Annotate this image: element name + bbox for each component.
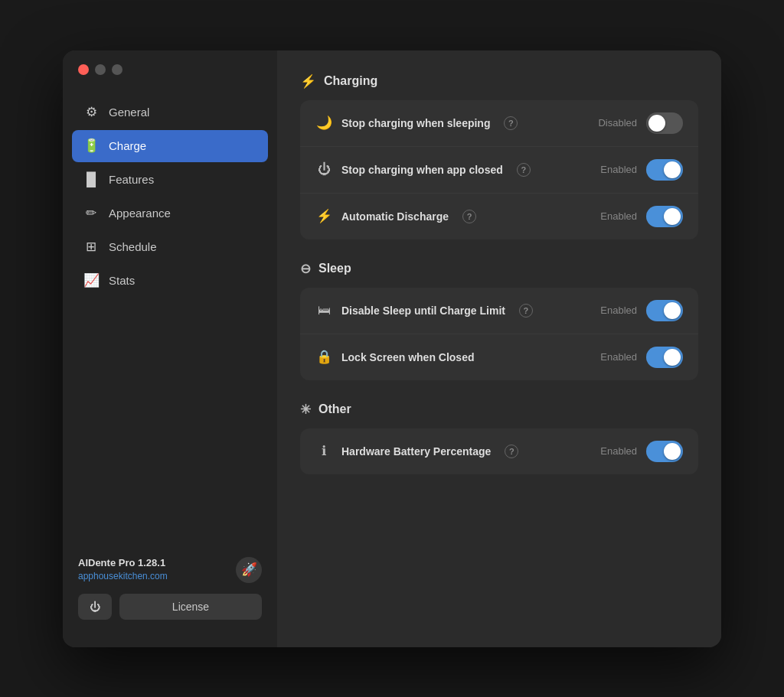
row-right-stop-charging-sleeping: Disabled [598,112,683,134]
app-window: ⚙General🔋Charge▐▌Features✏Appearance⊞Sch… [63,50,721,647]
toggle-knob-automatic-discharge [664,208,681,225]
status-label-stop-charging-sleeping: Disabled [598,117,637,129]
row-icon-stop-charging-app-closed: ⏻ [315,162,332,178]
charge-icon: 🔋 [83,138,100,155]
help-icon-disable-sleep-charge-limit[interactable]: ? [519,304,533,318]
sidebar-item-label-schedule: Schedule [109,240,157,253]
status-label-stop-charging-app-closed: Enabled [600,164,637,175]
app-info-text: AlDente Pro 1.28.1 apphousekitchen.com [78,557,168,582]
help-icon-hardware-battery-percentage[interactable]: ? [505,445,518,458]
license-button[interactable]: License [119,594,262,620]
section-card-sleep: 🛏Disable Sleep until Charge Limit?Enable… [300,288,698,380]
section-header-other: ✳Other [300,402,698,418]
setting-row-hardware-battery-percentage: ℹHardware Battery Percentage?Enabled [300,428,698,474]
appearance-icon: ✏ [83,205,100,222]
sidebar-item-features[interactable]: ▐▌Features [72,164,268,196]
help-icon-stop-charging-app-closed[interactable]: ? [517,163,531,177]
sidebar-item-appearance[interactable]: ✏Appearance [72,197,268,230]
sidebar-footer: AlDente Pro 1.28.1 apphousekitchen.com 🚀… [63,545,277,632]
sidebar-item-label-stats: Stats [109,274,135,287]
row-right-stop-charging-app-closed: Enabled [600,159,683,181]
minimize-button[interactable] [95,64,106,75]
sidebar-item-schedule[interactable]: ⊞Schedule [72,231,268,263]
row-icon-hardware-battery-percentage: ℹ [315,443,332,459]
help-icon-stop-charging-sleeping[interactable]: ? [504,116,518,130]
row-left-hardware-battery-percentage: ℹHardware Battery Percentage? [315,443,600,459]
row-label-lock-screen-closed: Lock Screen when Closed [341,351,475,363]
sidebar-item-general[interactable]: ⚙General [72,96,268,129]
toggle-knob-stop-charging-app-closed [664,161,681,178]
sidebar-item-label-features: Features [109,173,154,186]
sidebar-item-stats[interactable]: 📈Stats [72,265,268,297]
features-icon: ▐▌ [83,171,100,188]
status-label-automatic-discharge: Enabled [600,210,637,222]
setting-row-stop-charging-sleeping: 🌙Stop charging when sleeping?Disabled [300,100,698,147]
toggle-stop-charging-sleeping[interactable] [646,112,683,134]
sidebar-item-label-appearance: Appearance [109,207,171,220]
row-left-stop-charging-app-closed: ⏻Stop charging when app closed? [315,162,600,178]
sidebar-item-charge[interactable]: 🔋Charge [72,130,268,162]
toggle-automatic-discharge[interactable] [646,206,683,227]
row-label-stop-charging-sleeping: Stop charging when sleeping [341,117,490,129]
footer-buttons: ⏻ License [78,594,262,620]
row-icon-lock-screen-closed: 🔒 [315,349,332,365]
status-label-hardware-battery-percentage: Enabled [600,445,637,457]
rocket-icon[interactable]: 🚀 [236,557,262,583]
row-right-automatic-discharge: Enabled [600,206,683,227]
app-url[interactable]: apphousekitchen.com [78,571,168,581]
sidebar-nav: ⚙General🔋Charge▐▌Features✏Appearance⊞Sch… [63,96,277,297]
status-label-lock-screen-closed: Enabled [600,351,637,363]
close-button[interactable] [78,64,89,75]
main-content: ⚡Charging🌙Stop charging when sleeping?Di… [277,50,721,647]
row-icon-stop-charging-sleeping: 🌙 [315,115,332,131]
section-card-charging: 🌙Stop charging when sleeping?Disabled⏻St… [300,100,698,239]
section-icon-other: ✳ [300,402,311,418]
toggle-knob-stop-charging-sleeping [648,115,665,132]
traffic-lights [78,64,122,75]
section-header-charging: ⚡Charging [300,73,698,90]
row-left-stop-charging-sleeping: 🌙Stop charging when sleeping? [315,115,598,131]
setting-row-stop-charging-app-closed: ⏻Stop charging when app closed?Enabled [300,147,698,194]
section-icon-charging: ⚡ [300,73,316,90]
toggle-knob-disable-sleep-charge-limit [664,302,681,319]
toggle-knob-lock-screen-closed [664,349,681,366]
general-icon: ⚙ [83,104,100,121]
power-button[interactable]: ⏻ [78,594,112,620]
row-icon-automatic-discharge: ⚡ [315,208,332,224]
section-other: ✳OtherℹHardware Battery Percentage?Enabl… [300,402,698,474]
section-icon-sleep: ⊖ [300,261,311,277]
setting-row-lock-screen-closed: 🔒Lock Screen when ClosedEnabled [300,334,698,380]
app-name: AlDente Pro 1.28.1 [78,557,168,568]
row-right-hardware-battery-percentage: Enabled [600,441,683,462]
help-icon-automatic-discharge[interactable]: ? [462,210,476,223]
section-header-sleep: ⊖Sleep [300,261,698,277]
toggle-knob-hardware-battery-percentage [664,443,681,460]
sidebar-item-label-charge: Charge [109,139,146,152]
toggle-stop-charging-app-closed[interactable] [646,159,683,181]
section-card-other: ℹHardware Battery Percentage?Enabled [300,428,698,474]
row-icon-disable-sleep-charge-limit: 🛏 [315,303,332,318]
maximize-button[interactable] [112,64,122,75]
toggle-hardware-battery-percentage[interactable] [646,441,683,462]
row-left-automatic-discharge: ⚡Automatic Discharge? [315,208,600,224]
row-label-disable-sleep-charge-limit: Disable Sleep until Charge Limit [341,305,505,317]
sidebar: ⚙General🔋Charge▐▌Features✏Appearance⊞Sch… [63,50,277,647]
toggle-lock-screen-closed[interactable] [646,347,683,368]
toggle-disable-sleep-charge-limit[interactable] [646,300,683,321]
setting-row-automatic-discharge: ⚡Automatic Discharge?Enabled [300,194,698,239]
section-charging: ⚡Charging🌙Stop charging when sleeping?Di… [300,73,698,239]
section-title-other: Other [318,402,351,416]
row-label-stop-charging-app-closed: Stop charging when app closed [341,164,503,176]
section-title-charging: Charging [324,74,377,88]
row-right-lock-screen-closed: Enabled [600,347,683,368]
status-label-disable-sleep-charge-limit: Enabled [600,305,637,316]
row-label-automatic-discharge: Automatic Discharge [341,210,449,223]
section-title-sleep: Sleep [318,262,351,275]
row-label-hardware-battery-percentage: Hardware Battery Percentage [341,445,491,458]
schedule-icon: ⊞ [83,239,100,256]
stats-icon: 📈 [83,272,100,289]
row-left-disable-sleep-charge-limit: 🛏Disable Sleep until Charge Limit? [315,303,600,318]
row-right-disable-sleep-charge-limit: Enabled [600,300,683,321]
section-sleep: ⊖Sleep🛏Disable Sleep until Charge Limit?… [300,261,698,380]
app-info: AlDente Pro 1.28.1 apphousekitchen.com 🚀 [78,557,262,583]
